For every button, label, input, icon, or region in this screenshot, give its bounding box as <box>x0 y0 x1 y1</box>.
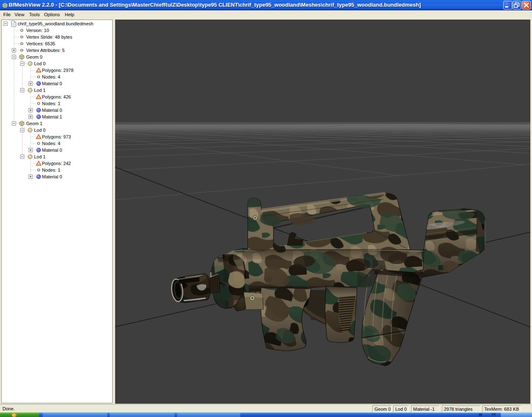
svg-text:Lod 0: Lod 0 <box>34 128 46 133</box>
svg-text:Polygons: 242: Polygons: 242 <box>42 161 71 166</box>
svg-text:Lod 1: Lod 1 <box>34 154 46 159</box>
svg-text:Material 0: Material 0 <box>42 148 62 153</box>
svg-text:Nodes: 1: Nodes: 1 <box>42 101 60 106</box>
svg-text:Vertex Attributes: 5: Vertex Attributes: 5 <box>26 48 64 53</box>
svg-text:Nodes: 4: Nodes: 4 <box>42 74 60 79</box>
svg-text:Vertex Stride: 48 bytes: Vertex Stride: 48 bytes <box>26 35 72 39</box>
svg-text:Lod 1: Lod 1 <box>34 88 46 93</box>
svg-text:Nodes: 4: Nodes: 4 <box>42 141 60 146</box>
svg-text:Geom 1: Geom 1 <box>26 121 42 126</box>
svg-text:Vertices: 6535: Vertices: 6535 <box>26 41 55 46</box>
svg-text:Material 0: Material 0 <box>42 81 62 86</box>
svg-text:Material 0: Material 0 <box>42 108 62 113</box>
svg-text:Polygons: 973: Polygons: 973 <box>42 134 71 139</box>
svg-text:Geom 0: Geom 0 <box>26 54 42 59</box>
svg-text:chrif_type95_woodland.bundledm: chrif_type95_woodland.bundledmesh <box>18 21 94 26</box>
svg-text:Material 0: Material 0 <box>42 174 62 179</box>
svg-text:Polygons: 2978: Polygons: 2978 <box>42 68 74 73</box>
svg-text:Polygons: 426: Polygons: 426 <box>42 94 71 99</box>
svg-text:Nodes: 1: Nodes: 1 <box>42 168 60 173</box>
svg-text:Material 1: Material 1 <box>42 114 62 119</box>
svg-text:Version: 10: Version: 10 <box>26 28 49 33</box>
svg-text:Lod 0: Lod 0 <box>34 61 46 66</box>
